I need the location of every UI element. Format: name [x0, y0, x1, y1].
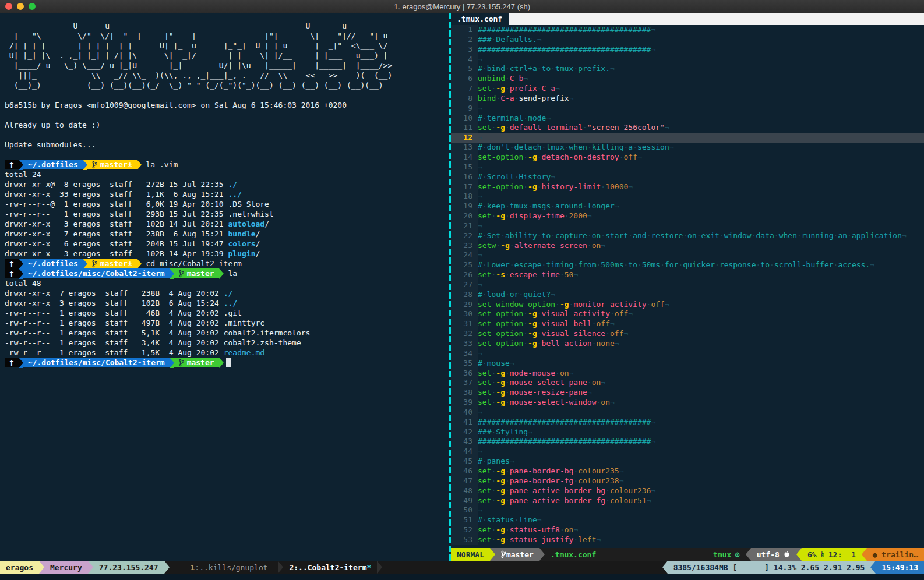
code-token: when — [569, 143, 587, 151]
line-number: 34 — [451, 349, 478, 359]
space-listchar: · — [628, 231, 633, 240]
code-token: to — [542, 231, 551, 240]
powerline-arrow-icon — [83, 160, 87, 170]
code-token: set — [478, 466, 491, 475]
terminal-cursor — [226, 358, 231, 367]
space-listchar: · — [551, 231, 555, 240]
line-number: 48 — [451, 486, 478, 496]
eol-listchar: ¬ — [478, 280, 482, 289]
code-text: ¬ — [478, 104, 924, 114]
space-listchar: · — [505, 270, 510, 279]
terminal-line: drwxr-xr-x 6 eragos staff 204B 15 Jul 19… — [5, 239, 449, 249]
space-listchar: · — [537, 231, 542, 240]
code-token: start — [605, 231, 628, 240]
ascii-art-line: | _"\ \/"_ \/|_ " _| |" ___| ___ |"| \| … — [5, 31, 449, 41]
code-token: loud — [487, 290, 505, 299]
terminal-text: -rw-r--r-- 1 eragos staff 46B 4 Aug 20:0… — [5, 308, 242, 318]
eol-listchar: ¬ — [610, 398, 615, 406]
tab-tmux-conf[interactable]: .tmux.conf — [451, 13, 509, 25]
scroll-percent: 6% — [807, 550, 817, 559]
space-listchar: · — [523, 339, 528, 348]
vim-line: 19#·keep·tmux·msgs·around·longer¬ — [451, 201, 924, 211]
space-listchar: · — [697, 231, 701, 240]
code-token: -g — [528, 309, 537, 318]
code-token: # — [478, 114, 482, 122]
shell-pane[interactable]: ____ U ___ u _____ _____ _ U _____ u ___… — [0, 13, 449, 561]
code-token: set — [478, 369, 491, 377]
line-number: 8 — [451, 94, 478, 104]
eol-listchar: ¬ — [628, 182, 633, 191]
terminal-text: Update submodules... — [5, 140, 96, 150]
vim-line: 36set·-g·mode-mouse·on¬ — [451, 369, 924, 379]
powerline-arrow-icon — [539, 548, 545, 561]
ascii-art-text: |||_ \\ _// \\_ )(\\,-.,-,_|___|_,-. // … — [5, 70, 392, 80]
space-listchar: · — [505, 476, 510, 485]
code-token: exit — [701, 231, 720, 240]
code-token: mouse-select-window — [510, 398, 597, 406]
code-token: when — [779, 231, 797, 240]
space-listchar: · — [537, 339, 542, 348]
space-listchar: · — [565, 143, 569, 151]
vim-line: 16#·Scroll·History¬ — [451, 172, 924, 182]
prompt-segment: master± — [87, 259, 137, 268]
eol-listchar: ¬ — [615, 201, 619, 210]
powerline-arrow-icon — [137, 160, 142, 170]
line-number: 46 — [451, 466, 478, 476]
vim-buffer[interactable]: 1######################################¬… — [451, 25, 924, 548]
window-number: 1 — [191, 563, 195, 572]
vim-pane[interactable]: .tmux.conf 1############################… — [451, 13, 924, 561]
eol-listchar: ¬ — [651, 486, 655, 495]
terminal-line: -rw-r--r-- 1 eragos staff 293B 15 Jul 22… — [5, 209, 449, 219]
git-branch-icon — [179, 359, 184, 367]
eol-listchar: ¬ — [665, 300, 669, 309]
eol-listchar: ¬ — [478, 104, 482, 112]
code-token: alternate-screen — [514, 241, 587, 250]
code-token: mouse-resize-pane — [510, 388, 587, 397]
eol-listchar: ¬ — [587, 388, 592, 397]
code-token: set-window-option — [478, 300, 555, 309]
prompt-segment-label: master — [187, 268, 214, 278]
prompt-segment: † — [5, 358, 19, 367]
space-listchar: · — [774, 231, 779, 240]
terminal-line: Update submodules... — [5, 140, 449, 150]
code-token: restore — [651, 231, 683, 240]
vim-line: 37set·-g·mouse-select-pane·on¬ — [451, 378, 924, 388]
vim-tabline: .tmux.conf — [451, 13, 924, 25]
code-token: 50ms — [642, 260, 660, 269]
code-text: set·-g·mode-mouse·on¬ — [478, 369, 924, 379]
eol-listchar: ¬ — [523, 74, 528, 83]
git-branch-icon — [92, 260, 97, 268]
code-token: tmux — [546, 143, 564, 151]
vim-line: 32set-option·-g·visual-silence·off¬ — [451, 329, 924, 339]
space-listchar: · — [505, 211, 510, 220]
memory-load-status: 8385/16384MB [ ] 14.3% 2.65 2.91 2.95 — [668, 561, 871, 574]
powerline-arrow-icon — [19, 268, 23, 279]
vim-line: 46set·-g·pane-border-bg·colour235¬ — [451, 466, 924, 476]
cursor-column: 1 — [851, 550, 856, 559]
tmux-window-1[interactable]: 1:..kills/gnuplot- — [185, 561, 278, 574]
vim-line: 51#·status·line¬ — [451, 515, 924, 525]
code-text: bind·C-a·send-prefix¬ — [478, 94, 924, 104]
code-token: around — [555, 201, 583, 210]
line-number: 15 — [451, 162, 478, 172]
eol-listchar: ¬ — [651, 45, 655, 54]
terminal-line: -rw-r--r-- 1 eragos staff 46B 4 Aug 20:0… — [5, 308, 449, 318]
code-token: unbind — [478, 74, 505, 83]
tmux-status-bar: eragosMercury77.23.155.2471:..kills/gnup… — [0, 561, 924, 574]
line-number: 16 — [451, 172, 478, 182]
code-token: -g — [500, 241, 510, 250]
code-token: display-time — [510, 211, 565, 220]
code-token: session — [637, 143, 669, 151]
code-token: -g — [496, 476, 505, 485]
code-text: set·-g·pane-active-border-fg·colour51¬ — [478, 496, 924, 506]
code-text: ######################################¬ — [478, 437, 924, 447]
powerline-arrow-icon — [19, 259, 23, 269]
terminal-text: -rw-r--r--@ 1 eragos staff 6,0K 19 Apr 2… — [5, 199, 269, 209]
line-number: 3 — [451, 45, 478, 55]
vim-line: 53set·-g·status-justify·left¬ — [451, 535, 924, 545]
code-token: colour51 — [610, 496, 647, 505]
code-token: # — [478, 143, 482, 151]
eol-listchar: ¬ — [478, 133, 482, 142]
tmux-window-2[interactable]: 2:..Cobalt2-iterm* — [283, 561, 377, 574]
terminal-line — [5, 110, 449, 120]
